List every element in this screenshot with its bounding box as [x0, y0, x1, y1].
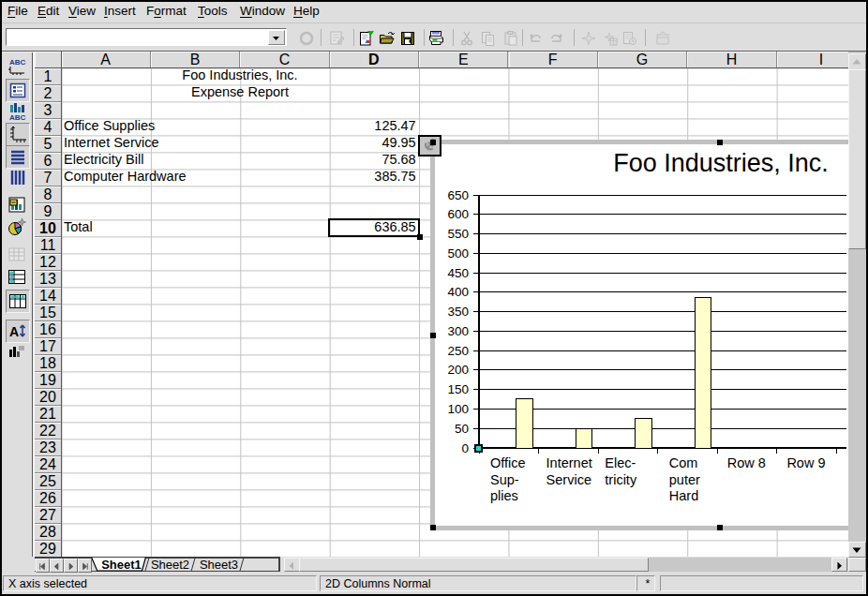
svg-text:A: A	[9, 324, 19, 339]
svg-text:ABC: ABC	[9, 113, 26, 122]
svg-text:ABC: ABC	[9, 58, 26, 67]
